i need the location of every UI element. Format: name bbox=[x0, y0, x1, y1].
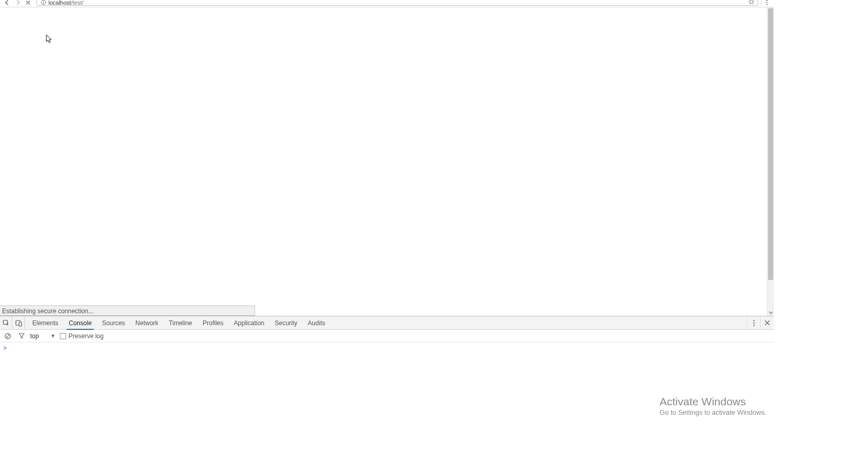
devtools-tab-timeline[interactable]: Timeline bbox=[163, 316, 197, 329]
devtools-tabs: ElementsConsoleSourcesNetworkTimelinePro… bbox=[25, 316, 747, 329]
back-button[interactable] bbox=[2, 0, 12, 6]
inspect-element-button[interactable] bbox=[0, 316, 12, 329]
bookmark-star-button[interactable] bbox=[748, 0, 754, 6]
star-icon bbox=[748, 0, 754, 5]
preserve-log-toggle[interactable]: Preserve log bbox=[60, 332, 104, 340]
close-icon bbox=[764, 320, 770, 326]
console-output[interactable]: > bbox=[0, 342, 774, 422]
device-toggle-icon bbox=[15, 319, 22, 327]
devtools-menu-button[interactable] bbox=[747, 316, 760, 329]
vertical-scrollbar[interactable] bbox=[767, 7, 774, 316]
svg-point-11 bbox=[753, 325, 754, 326]
devtools-tab-security[interactable]: Security bbox=[270, 316, 303, 329]
kebab-icon bbox=[766, 0, 768, 6]
inspect-icon bbox=[3, 319, 10, 327]
devtools-tab-elements[interactable]: Elements bbox=[27, 316, 64, 329]
devtools-tab-sources[interactable]: Sources bbox=[97, 316, 130, 329]
console-prompt: > bbox=[3, 344, 10, 352]
chevron-down-icon: ▼ bbox=[51, 333, 56, 339]
svg-rect-1 bbox=[43, 2, 44, 4]
filter-icon bbox=[18, 332, 25, 339]
scrollbar-thumb[interactable] bbox=[768, 8, 773, 280]
svg-rect-2 bbox=[43, 1, 44, 2]
execution-context-selector[interactable]: top ▼ bbox=[30, 332, 56, 340]
forward-icon bbox=[15, 0, 20, 5]
address-host: localhost bbox=[48, 0, 71, 6]
forward-button[interactable] bbox=[12, 0, 23, 6]
address-path: /test/ bbox=[71, 0, 83, 6]
svg-point-9 bbox=[753, 320, 754, 321]
preserve-log-label: Preserve log bbox=[69, 332, 104, 340]
stop-reload-button[interactable] bbox=[23, 0, 33, 6]
content-area[interactable] bbox=[0, 7, 767, 316]
svg-point-3 bbox=[766, 0, 767, 1]
toggle-device-toolbar-button[interactable] bbox=[12, 316, 25, 329]
devtools-close-button[interactable] bbox=[760, 316, 774, 329]
chevron-down-icon bbox=[769, 311, 773, 314]
status-text: Establishing secure connection... bbox=[2, 308, 93, 315]
page-viewport bbox=[0, 7, 774, 316]
devtools-tab-network[interactable]: Network bbox=[130, 316, 163, 329]
console-toolbar: top ▼ Preserve log bbox=[0, 330, 774, 342]
execution-context-label: top bbox=[30, 332, 39, 340]
preserve-log-checkbox[interactable] bbox=[60, 333, 66, 339]
devtools-tabbar: ElementsConsoleSourcesNetworkTimelinePro… bbox=[0, 316, 774, 330]
svg-point-4 bbox=[766, 2, 767, 3]
scrollbar-down-arrow[interactable] bbox=[768, 309, 774, 316]
clear-console-icon bbox=[4, 332, 11, 340]
svg-rect-8 bbox=[19, 322, 21, 326]
stop-icon bbox=[26, 0, 31, 5]
devtools-tab-profiles[interactable]: Profiles bbox=[197, 316, 229, 329]
kebab-icon bbox=[753, 319, 755, 327]
site-info-icon[interactable] bbox=[40, 0, 46, 6]
address-bar-row: localhost/test/ bbox=[0, 0, 774, 7]
address-bar[interactable]: localhost/test/ bbox=[36, 0, 758, 6]
devtools-tab-console[interactable]: Console bbox=[64, 316, 97, 329]
back-icon bbox=[5, 0, 10, 5]
devtools-panel: ElementsConsoleSourcesNetworkTimelinePro… bbox=[0, 316, 774, 422]
browser-window: localhost/test/ Establishing secure conn… bbox=[0, 0, 774, 422]
filter-button[interactable] bbox=[17, 331, 26, 341]
devtools-right-controls bbox=[747, 316, 774, 329]
mouse-cursor-icon bbox=[46, 34, 53, 44]
status-bar: Establishing secure connection... bbox=[0, 305, 255, 316]
info-icon bbox=[41, 0, 46, 5]
svg-point-5 bbox=[766, 4, 767, 5]
devtools-tab-application[interactable]: Application bbox=[229, 316, 270, 329]
clear-console-button[interactable] bbox=[3, 331, 12, 341]
chrome-menu-button[interactable] bbox=[761, 0, 772, 6]
svg-point-10 bbox=[753, 322, 754, 323]
devtools-tab-audits[interactable]: Audits bbox=[303, 316, 330, 329]
